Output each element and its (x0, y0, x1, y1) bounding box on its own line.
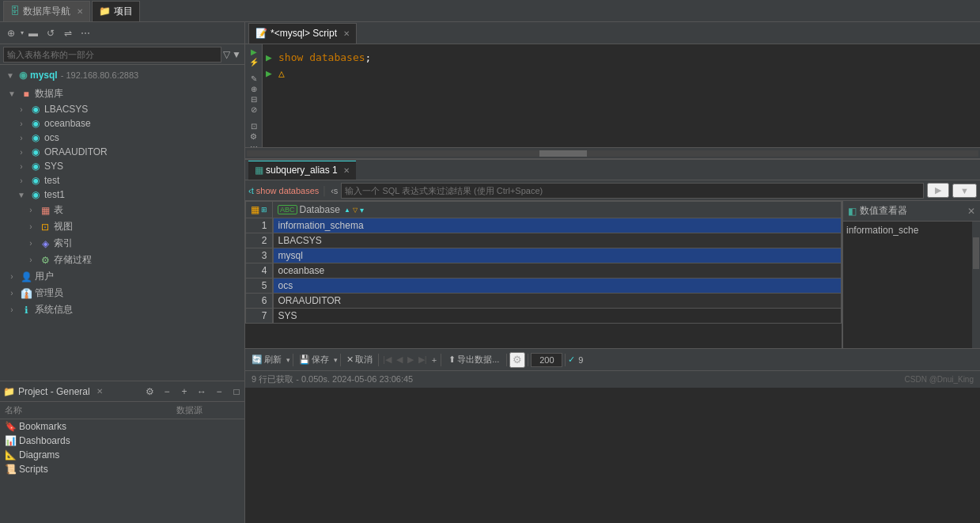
tree-item-databases[interactable]: ▼ ■ 数据库 (0, 85, 244, 102)
tree-item-sysinfo[interactable]: › ℹ 系统信息 (0, 301, 244, 318)
table-row[interactable]: 7SYS (246, 309, 842, 324)
collapse-button[interactable]: ▬ (25, 25, 41, 41)
table-row[interactable]: 6ORAAUDITOR (246, 294, 842, 309)
nav-prev-button[interactable]: ◀ (395, 354, 404, 365)
tree-item-test[interactable]: › ◉ test (0, 173, 244, 188)
filter-settings-button[interactable]: ▼ (952, 184, 977, 198)
expand-icon[interactable]: ▼ (16, 191, 27, 199)
filter-options-icon[interactable]: ▼ (232, 49, 241, 60)
table-row[interactable]: 2LBACSYS (246, 233, 842, 248)
tree-item-procedures[interactable]: › ⚙ 存储过程 (0, 252, 244, 268)
nav-next-button[interactable]: ▶ (406, 354, 415, 365)
expand-icon[interactable]: › (6, 305, 17, 314)
save-dropdown[interactable]: ▾ (334, 356, 338, 364)
expand-icon[interactable]: › (16, 162, 27, 171)
tree-item-views[interactable]: › ⊡ 视图 (0, 218, 244, 235)
value-viewer-scrollbar[interactable] (972, 222, 980, 348)
expand-icon[interactable]: › (16, 176, 27, 185)
save-button[interactable]: 💾 保存 (296, 353, 332, 366)
nav-first-button[interactable]: |◀ (381, 354, 393, 365)
results-table-area[interactable]: ▦ ⊞ ABC Database ▲ (245, 201, 842, 348)
new-connection-arrow[interactable]: ▾ (21, 29, 24, 36)
run-icon[interactable]: ▶ (247, 47, 261, 56)
col-sort-icon[interactable]: ▲ (344, 207, 350, 214)
db-connection-header[interactable]: ▼ ◉ mysql - 192.168.80.6:2883 (0, 65, 244, 85)
tab-db-navigator[interactable]: 🗄 数据库导航 ✕ (3, 1, 90, 21)
tree-item-tables[interactable]: › ▦ 表 (0, 202, 244, 218)
filter-apply-button[interactable]: ▶ (927, 183, 949, 198)
expand-icon[interactable]: › (25, 239, 36, 248)
project-item-dashboards[interactable]: 📊 Dashboards (0, 434, 244, 448)
expand-icon[interactable]: › (16, 148, 27, 157)
table-row[interactable]: 3mysql (246, 248, 842, 263)
expand-icon[interactable]: ▼ (6, 89, 17, 98)
tab-projects[interactable]: 📁 项目 (92, 1, 140, 21)
remove-icon[interactable]: ⊟ (247, 95, 261, 104)
project-settings-button[interactable]: ⚙ (142, 384, 157, 400)
search-input[interactable] (3, 47, 221, 63)
block-icon[interactable]: ⊘ (247, 105, 261, 114)
project-collapse-button[interactable]: − (211, 384, 227, 400)
tree-item-test1[interactable]: ▼ ◉ test1 (0, 188, 244, 202)
tree-item-admins[interactable]: › 👔 管理员 (0, 285, 244, 301)
tree-item-ocs[interactable]: › ◉ ocs (0, 131, 244, 145)
tab-db-nav-close[interactable]: ✕ (77, 7, 83, 16)
result-tab-close[interactable]: ✕ (343, 166, 350, 175)
page-size-input[interactable] (531, 353, 562, 367)
project-item-bookmarks[interactable]: 🔖 Bookmarks (0, 419, 244, 434)
more-nav-button[interactable]: ⋯ (78, 25, 93, 41)
tree-item-oceanbase[interactable]: › ◉ oceanbase (0, 116, 244, 131)
expand-icon[interactable]: › (25, 206, 36, 214)
new-connection-button[interactable]: ⊕ (3, 25, 19, 41)
tree-item-users[interactable]: › 👤 用户 (0, 268, 244, 285)
expand-icon[interactable]: › (6, 289, 17, 298)
nav-new-button[interactable]: + (430, 355, 438, 365)
settings-icon[interactable]: ⚙ (247, 132, 261, 141)
code-editor[interactable]: ▶ show databases; ▶ △ (263, 44, 980, 147)
scroll-track[interactable] (247, 150, 978, 157)
project-item-diagrams[interactable]: 📐 Diagrams (0, 448, 244, 462)
editor-tab-close[interactable]: ✕ (343, 29, 350, 38)
col-filter-icon[interactable]: ▽ (353, 207, 358, 214)
results-filter-input[interactable] (341, 183, 924, 199)
connection-expand[interactable]: ▼ (5, 71, 16, 80)
grid-icon[interactable]: ⊡ (247, 122, 261, 131)
add-icon[interactable]: ⊕ (247, 85, 261, 93)
expand-icon[interactable]: › (6, 272, 17, 281)
project-close[interactable]: ✕ (96, 387, 103, 396)
nav-last-button[interactable]: ▶| (417, 354, 429, 365)
table-row[interactable]: 4oceanbase (246, 263, 842, 279)
editor-tab-script[interactable]: 📝 *<mysql> Script ✕ (248, 23, 357, 44)
expand-icon[interactable]: › (25, 256, 36, 264)
cancel-button[interactable]: ✕ 取消 (343, 353, 376, 366)
project-add-button[interactable]: + (176, 384, 192, 400)
editor-scrollbar[interactable] (245, 147, 980, 158)
expand-icon[interactable]: › (16, 134, 27, 142)
expand-icon[interactable]: › (16, 119, 27, 128)
scroll-thumb[interactable] (539, 150, 587, 157)
table-row[interactable]: 1information_schema (246, 218, 842, 233)
expand-icon[interactable]: › (25, 222, 36, 231)
project-item-scripts[interactable]: 📜 Scripts (0, 462, 244, 476)
settings-gear-button[interactable]: ⚙ (509, 352, 525, 368)
refresh-button[interactable]: 🔄 刷新 (248, 353, 285, 366)
format-icon[interactable]: ✎ (247, 74, 261, 83)
result-tab-subquery[interactable]: ▦ subquery_alias 1 ✕ (248, 161, 356, 180)
col-database-header[interactable]: ABC Database ▲ ▽ ▾ (273, 202, 842, 218)
project-swap-button[interactable]: ↔ (194, 384, 210, 400)
export-button[interactable]: ⬆ 导出数据... (444, 353, 504, 366)
value-viewer-scroll-thumb[interactable] (973, 237, 979, 269)
project-maximize-button[interactable]: □ (229, 384, 244, 400)
tree-item-oraauditor[interactable]: › ◉ ORAAUDITOR (0, 145, 244, 159)
project-minimize-button[interactable]: − (159, 384, 175, 400)
tree-item-indexes[interactable]: › ◈ 索引 (0, 235, 244, 252)
col-dropdown-icon[interactable]: ▾ (360, 206, 364, 214)
refresh-nav-button[interactable]: ↺ (43, 25, 59, 41)
filter-icon[interactable]: ▽ (223, 49, 230, 60)
expand-icon[interactable]: › (16, 105, 27, 114)
sync-button[interactable]: ⇌ (60, 25, 76, 41)
refresh-dropdown[interactable]: ▾ (286, 356, 290, 364)
tree-item-lbacsys[interactable]: › ◉ LBACSYS (0, 102, 244, 116)
value-viewer-close[interactable]: ✕ (967, 206, 975, 217)
table-row[interactable]: 5ocs (246, 279, 842, 294)
